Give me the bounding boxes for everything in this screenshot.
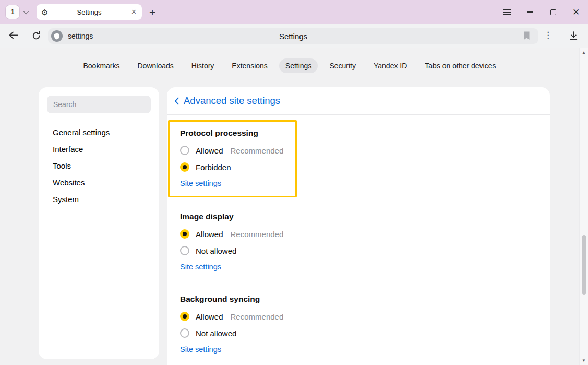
section-protocol-processing: Protocol processing Allowed Recommended … <box>168 120 297 197</box>
settings-sections: Protocol processing Allowed Recommended … <box>167 115 550 354</box>
tab-group-chevron-icon[interactable] <box>20 5 32 19</box>
topnav-extensions[interactable]: Extensions <box>225 58 273 73</box>
scrollbar-thumb[interactable] <box>582 235 586 295</box>
radio-label: Not allowed <box>196 329 236 338</box>
radio-option-allowed[interactable]: Allowed Recommended <box>180 308 550 325</box>
sidebar-item-general-settings[interactable]: General settings <box>47 124 151 140</box>
advanced-site-settings-header[interactable]: Advanced site settings <box>167 87 550 115</box>
search-input[interactable] <box>47 96 151 113</box>
settings-main-panel: Advanced site settings Protocol processi… <box>167 87 550 365</box>
settings-sidebar: General settings Interface Tools Website… <box>39 87 159 359</box>
radio-option-not-allowed[interactable]: Not allowed <box>180 325 550 342</box>
menu-icon[interactable] <box>503 8 511 16</box>
page-title: Settings <box>279 32 307 41</box>
gear-icon: ⚙ <box>41 8 48 16</box>
scroll-down-icon[interactable]: ▼ <box>580 358 588 363</box>
reload-button[interactable] <box>31 31 41 43</box>
topnav-tabs-other-devices[interactable]: Tabs on other devices <box>418 58 502 73</box>
scrollbar[interactable]: ▲ ▼ <box>579 48 588 365</box>
sidebar-item-websites[interactable]: Websites <box>47 174 151 191</box>
radio-label: Forbidden <box>196 163 231 172</box>
minimize-button[interactable] <box>526 8 534 16</box>
section-image-display: Image display Allowed Recommended Not al… <box>180 212 550 272</box>
back-chevron-icon <box>174 97 179 105</box>
tab-settings[interactable]: ⚙ Settings × <box>37 4 142 20</box>
section-background-syncing: Background syncing Allowed Recommended N… <box>180 295 550 354</box>
topnav-history[interactable]: History <box>185 58 221 73</box>
sidebar-item-system[interactable]: System <box>47 191 151 207</box>
radio-option-forbidden[interactable]: Forbidden <box>180 159 290 175</box>
radio-icon[interactable] <box>180 146 189 155</box>
site-settings-link[interactable]: Site settings <box>180 345 221 354</box>
radio-option-allowed[interactable]: Allowed Recommended <box>180 142 290 159</box>
radio-icon[interactable] <box>180 312 189 321</box>
tab-group-badge[interactable]: 1 <box>5 5 20 19</box>
back-button[interactable] <box>8 31 19 42</box>
browser-toolbar: settings Settings ⋮ <box>0 24 588 48</box>
new-tab-button[interactable]: + <box>149 7 155 18</box>
topnav-settings[interactable]: Settings <box>279 58 318 73</box>
radio-note: Recommended <box>231 230 284 239</box>
radio-option-allowed[interactable]: Allowed Recommended <box>180 226 550 242</box>
radio-label: Allowed <box>196 146 223 155</box>
section-title: Protocol processing <box>180 128 290 138</box>
kebab-menu-icon[interactable]: ⋮ <box>544 31 553 41</box>
close-button[interactable]: ✕ <box>572 8 580 16</box>
site-settings-link[interactable]: Site settings <box>180 263 221 271</box>
window-controls: ✕ <box>503 0 580 24</box>
address-bar[interactable]: settings Settings <box>48 28 538 44</box>
site-info-icon[interactable] <box>51 30 63 42</box>
maximize-button[interactable] <box>549 8 557 16</box>
radio-icon[interactable] <box>180 229 189 239</box>
tab-close-icon[interactable]: × <box>130 8 137 16</box>
radio-label: Allowed <box>196 230 223 239</box>
sidebar-item-tools[interactable]: Tools <box>47 157 151 174</box>
settings-top-nav: Bookmarks Downloads History Extensions S… <box>0 58 579 73</box>
section-title: Background syncing <box>180 295 550 304</box>
download-icon[interactable] <box>569 31 579 43</box>
topnav-bookmarks[interactable]: Bookmarks <box>77 58 126 73</box>
advanced-site-settings-title: Advanced site settings <box>184 95 280 107</box>
radio-note: Recommended <box>231 312 284 321</box>
radio-note: Recommended <box>231 146 284 155</box>
radio-label: Allowed <box>196 312 223 321</box>
topnav-yandex-id[interactable]: Yandex ID <box>367 58 413 73</box>
site-settings-link[interactable]: Site settings <box>180 179 221 187</box>
radio-icon[interactable] <box>180 246 189 255</box>
radio-icon[interactable] <box>180 162 189 172</box>
sidebar-item-interface[interactable]: Interface <box>47 140 151 157</box>
titlebar: 1 ⚙ Settings × + ✕ <box>0 0 588 24</box>
topnav-downloads[interactable]: Downloads <box>131 58 180 73</box>
radio-label: Not allowed <box>196 246 236 255</box>
radio-icon[interactable] <box>180 328 189 338</box>
radio-option-not-allowed[interactable]: Not allowed <box>180 242 550 259</box>
url-text[interactable]: settings <box>68 32 93 40</box>
tab-title: Settings <box>48 8 130 16</box>
bookmark-icon[interactable] <box>523 31 531 43</box>
topnav-security[interactable]: Security <box>323 58 362 73</box>
section-title: Image display <box>180 212 550 221</box>
sidebar-list: General settings Interface Tools Website… <box>47 124 151 207</box>
scroll-up-icon[interactable]: ▲ <box>580 50 588 55</box>
